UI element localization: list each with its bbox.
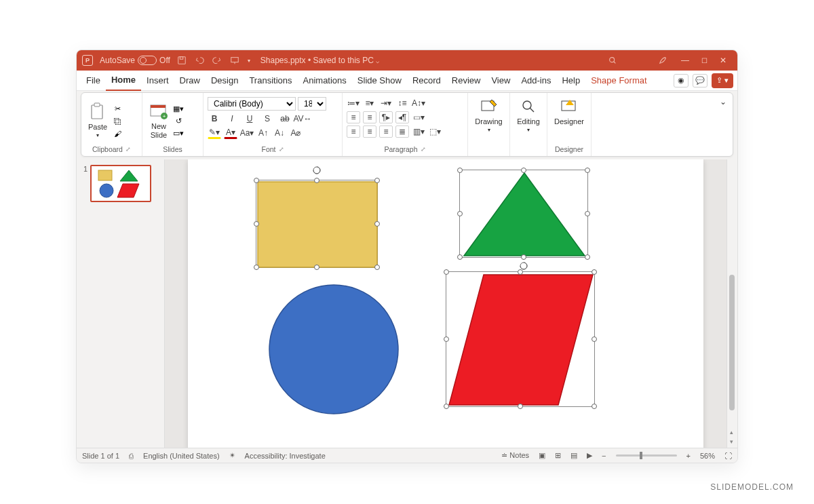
bullets-button[interactable]: ≔▾ [347,97,360,109]
circle-shape[interactable] [266,282,402,417]
reset-icon[interactable]: ↺ [173,117,184,126]
slideshow-view-icon[interactable]: ▶ [587,451,592,460]
zoom-out-button[interactable]: − [602,452,606,460]
strike-button[interactable]: ab [278,113,292,125]
new-slide-button[interactable]: + New Slide [147,100,171,140]
tab-design[interactable]: Design [206,71,244,91]
underline-button[interactable]: U [243,113,256,125]
zoom-in-button[interactable]: + [686,452,691,460]
italic-button[interactable]: I [225,113,239,125]
section-icon[interactable]: ▭▾ [173,129,184,138]
drawing-button[interactable]: Drawing ▾ [472,96,505,153]
slide-canvas[interactable] [165,159,726,448]
search-icon[interactable] [608,56,617,65]
svg-rect-2 [231,58,239,62]
align-center2-button[interactable]: ≡ [363,125,376,138]
share-button[interactable]: ⇪ ▾ [712,73,733,88]
tab-review[interactable]: Review [446,71,486,91]
align-right-button[interactable]: ≡ [379,125,393,138]
collapse-ribbon-icon[interactable]: ⌄ [716,96,730,108]
reading-view-icon[interactable]: ▤ [570,451,577,460]
window-title[interactable]: Shapes.pptx • Saved to this PC ⌵ [250,56,608,65]
undo-icon[interactable] [195,56,204,65]
zoom-level[interactable]: 56% [700,452,715,460]
tab-draw[interactable]: Draw [174,71,206,91]
align-text-button[interactable]: ▭▾ [412,111,425,123]
sorter-view-icon[interactable]: ⊞ [555,451,561,460]
rectangle-selection[interactable] [256,180,378,268]
tab-slideshow[interactable]: Slide Show [352,71,407,91]
minimize-icon[interactable]: — [681,56,689,65]
autosave-toggle[interactable]: AutoSave Off [100,56,170,65]
tab-home[interactable]: Home [106,71,141,91]
rtl-button[interactable]: ◂¶ [395,111,409,123]
paste-button[interactable]: Paste ▾ [85,101,110,140]
align-left-button[interactable]: ≡ [347,111,360,123]
justify-button[interactable]: ≣ [395,125,409,138]
slide-counter[interactable]: Slide 1 of 1 [82,452,119,460]
text-direction-button[interactable]: A↕▾ [412,97,425,109]
tab-view[interactable]: View [486,71,516,91]
list-level-button[interactable]: ⇥▾ [379,97,393,109]
columns-button[interactable]: ▥▾ [412,125,425,138]
tab-shape-format[interactable]: Shape Format [585,71,652,91]
present-icon[interactable] [230,56,239,65]
accessibility-status[interactable]: Accessibility: Investigate [245,452,326,460]
camera-mode-icon[interactable]: ◉ [674,74,689,88]
vertical-scrollbar[interactable]: ▴ ▾ [726,159,737,448]
titlebar: P AutoSave Off ▾ Shapes.pptx • Saved to … [77,50,737,71]
tab-animations[interactable]: Animations [298,71,352,91]
maximize-icon[interactable]: ☐ [701,57,708,64]
dialog-launcher-icon[interactable]: ⤢ [279,146,284,153]
normal-view-icon[interactable]: ▣ [539,451,545,460]
close-icon[interactable]: ✕ [720,56,726,65]
draw-icon[interactable] [658,56,667,65]
line-spacing-button[interactable]: ↕≡ [395,97,409,109]
smartart-button[interactable]: ⬚▾ [428,125,442,138]
copy-icon[interactable]: ⿻ [112,117,123,126]
scroll-down-icon[interactable]: ▾ [730,438,733,445]
font-color-button[interactable]: A▾ [224,127,237,139]
zoom-slider[interactable] [616,454,677,457]
thumbnail-pane[interactable]: 1 [77,159,165,448]
layout-icon[interactable]: ▦▾ [173,104,184,114]
change-case-button[interactable]: Aa▾ [240,127,254,139]
numbering-button[interactable]: ≡▾ [363,97,376,109]
save-icon[interactable] [177,56,187,65]
tab-file[interactable]: File [81,71,106,91]
parallelogram-selection[interactable] [446,271,595,407]
font-size-select[interactable]: 18 [298,97,326,111]
clear-format-button[interactable]: A⌀ [289,127,303,139]
triangle-selection[interactable] [459,170,588,258]
shadow-button[interactable]: S [260,113,274,125]
rotate-handle-icon[interactable] [312,166,322,175]
tab-insert[interactable]: Insert [141,71,174,91]
slide-thumbnail[interactable] [90,165,151,202]
dialog-launcher-icon[interactable]: ⤢ [421,146,426,153]
autosave-label: AutoSave [100,56,135,65]
highlight-button[interactable]: ✎▾ [208,127,221,139]
notes-button[interactable]: ≐ Notes [501,451,529,460]
dialog-launcher-icon[interactable]: ⤢ [125,146,131,153]
ltr-button[interactable]: ¶▸ [379,111,393,123]
grow-font-button[interactable]: A↑ [256,127,270,139]
scroll-up-icon[interactable]: ▴ [730,429,733,435]
align-center-button[interactable]: ≡ [363,111,376,123]
comments-icon[interactable]: 💬 [693,74,708,88]
format-painter-icon[interactable]: 🖌 [112,129,123,138]
bold-button[interactable]: B [208,113,221,125]
cut-icon[interactable]: ✂ [112,104,123,114]
language-status[interactable]: English (United States) [143,452,220,460]
editing-button[interactable]: Editing ▾ [514,96,543,153]
tab-addins[interactable]: Add-ins [516,71,556,91]
font-family-select[interactable]: Calibri (Body) [208,97,296,111]
tab-transitions[interactable]: Transitions [244,71,297,91]
fit-window-icon[interactable]: ⛶ [724,452,732,460]
redo-icon[interactable] [212,56,222,65]
align-left2-button[interactable]: ≡ [347,125,360,138]
designer-button[interactable]: Designer [551,96,587,145]
tab-record[interactable]: Record [407,71,446,91]
tab-help[interactable]: Help [556,71,585,91]
shrink-font-button[interactable]: A↓ [273,127,286,139]
spacing-button[interactable]: AV↔ [296,113,309,125]
